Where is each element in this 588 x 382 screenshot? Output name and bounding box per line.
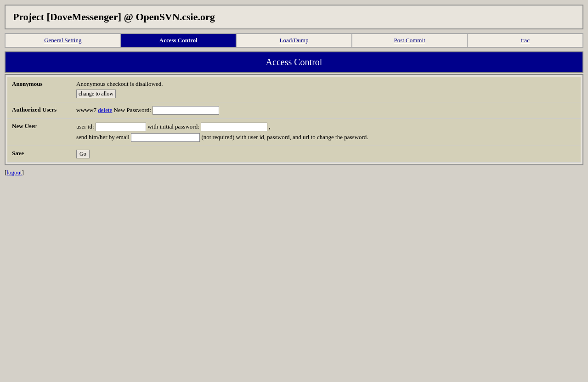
tab-post-commit[interactable]: Post Commit [352, 34, 468, 47]
go-button[interactable]: Go [76, 150, 90, 158]
anonymous-message: Anonymous checkout is disallowed. [76, 80, 576, 88]
table-row-anonymous: Anonymous Anonymous checkout is disallow… [7, 77, 581, 102]
section-header: Access Control [5, 51, 583, 73]
username-text: wwww7 [76, 107, 96, 113]
title-box: Project [DoveMessenger] @ OpenSVN.csie.o… [5, 5, 583, 29]
save-label: Save [7, 146, 72, 163]
table-row-authorized-users: Authorized Users wwww7 delete New Passwo… [7, 102, 581, 119]
page-title: Project [DoveMessenger] @ OpenSVN.csie.o… [13, 11, 575, 23]
new-user-row2: send him/her by email (not required) wit… [76, 133, 576, 142]
tab-load-dump[interactable]: Load/Dump [236, 34, 352, 47]
delete-link[interactable]: delete [98, 107, 112, 113]
user-id-label: user id: [76, 123, 94, 130]
anonymous-content: Anonymous checkout is disallowed. change… [72, 77, 581, 102]
table-row-save: Save Go [7, 146, 581, 163]
main-table: Anonymous Anonymous checkout is disallow… [7, 77, 581, 163]
table-row-new-user: New User user id: with initial password:… [7, 119, 581, 146]
tab-general-setting[interactable]: General Setting [5, 34, 121, 47]
authorized-users-label: Authorized Users [7, 102, 72, 119]
send-label: send him/her by email [76, 134, 130, 140]
authorized-users-content: wwww7 delete New Password: [72, 102, 581, 119]
user-id-input[interactable] [96, 123, 146, 131]
tab-access-control[interactable]: Access Control [121, 34, 237, 47]
anonymous-label: Anonymous [7, 77, 72, 102]
email-input[interactable] [131, 133, 200, 142]
nav-bar: General Setting Access Control Load/Dump… [5, 33, 583, 48]
tab-trac[interactable]: trac [467, 34, 583, 47]
comma: , [269, 123, 270, 130]
change-to-allow-button[interactable]: change to allow [76, 90, 116, 98]
new-password-input[interactable] [153, 106, 219, 115]
new-password-label: New Password: [114, 107, 151, 113]
footer: [logout] [5, 169, 583, 176]
new-user-label: New User [7, 119, 72, 146]
logout-link[interactable]: logout [6, 169, 22, 176]
content-box: Anonymous Anonymous checkout is disallow… [5, 74, 583, 165]
bracket-close: ] [22, 169, 24, 176]
new-user-content: user id: with initial password: , send h… [72, 119, 581, 146]
initial-password-input[interactable] [201, 123, 267, 131]
new-user-row1: user id: with initial password: , [76, 123, 576, 131]
not-required-label: (not required) with user id, password, a… [201, 134, 368, 140]
save-content: Go [72, 146, 581, 163]
with-password-label: with initial password: [147, 123, 199, 130]
